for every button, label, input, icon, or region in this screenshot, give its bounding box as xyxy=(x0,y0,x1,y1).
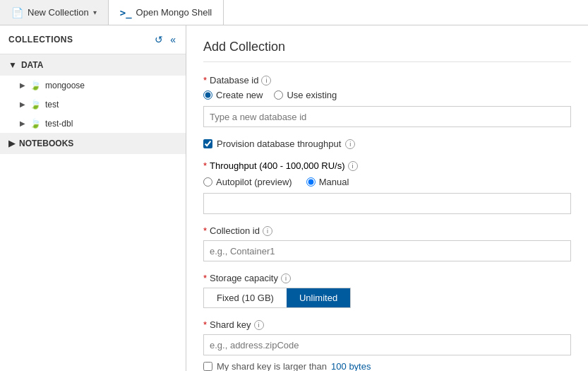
test-chevron-icon xyxy=(20,100,25,108)
collections-header-label: COLLECTIONS xyxy=(8,35,73,45)
use-existing-radio[interactable] xyxy=(274,90,283,100)
collapse-icon: « xyxy=(170,34,176,45)
database-id-group: * Database id i Create new Use existing xyxy=(203,75,571,127)
throughput-group: * Throughput (400 - 100,000 RU/s) i Auto… xyxy=(203,160,571,214)
testdbl-db-icon: 🍃 xyxy=(30,118,41,129)
use-existing-option[interactable]: Use existing xyxy=(274,90,337,100)
list-item[interactable]: 🍃 test-dbl xyxy=(0,114,186,133)
sidebar-actions: ↺ « xyxy=(153,33,177,47)
fixed-storage-button[interactable]: Fixed (10 GB) xyxy=(204,288,287,307)
manual-option[interactable]: Manual xyxy=(306,177,349,187)
shard-key-input[interactable] xyxy=(203,334,571,355)
data-chevron-icon xyxy=(8,60,17,70)
autopilot-option[interactable]: Autopilot (preview) xyxy=(203,177,292,187)
throughput-label: * Throughput (400 - 100,000 RU/s) i xyxy=(203,160,571,171)
tree-section: DATA 🍃 mongoose 🍃 test 🍃 test-dbl xyxy=(0,54,186,154)
database-id-label: * Database id i xyxy=(203,75,571,86)
shard-note: My shard key is larger than 100 bytes xyxy=(203,361,571,371)
create-new-radio[interactable] xyxy=(203,90,212,100)
unlimited-storage-button[interactable]: Unlimited xyxy=(287,288,350,307)
mongoose-label: mongoose xyxy=(45,81,85,90)
provision-label: Provision database throughput xyxy=(217,139,341,149)
mode-radio-group: Autopilot (preview) Manual xyxy=(203,177,571,187)
provision-info-icon[interactable]: i xyxy=(345,139,355,149)
storage-info-icon[interactable]: i xyxy=(281,273,291,283)
shard-size-checkbox[interactable] xyxy=(203,362,212,371)
test-label: test xyxy=(45,100,59,110)
autopilot-label: Autopilot (preview) xyxy=(216,177,292,187)
notebooks-group-label: NOTEBOOKS xyxy=(19,139,73,148)
refresh-button[interactable]: ↺ xyxy=(153,33,164,47)
database-id-info-icon[interactable]: i xyxy=(261,76,271,86)
data-group-label: DATA xyxy=(21,60,44,70)
open-shell-icon: >_ xyxy=(120,7,132,18)
collection-id-input[interactable] xyxy=(203,240,571,261)
collection-id-info-icon[interactable]: i xyxy=(263,226,272,236)
test-db-icon: 🍃 xyxy=(30,99,41,110)
notebooks-group-header[interactable]: NOTEBOOKS xyxy=(0,133,186,154)
new-collection-chevron-icon: ▾ xyxy=(93,8,97,16)
provision-checkbox-row: Provision database throughput i xyxy=(203,139,571,149)
shard-key-info-icon[interactable]: i xyxy=(254,320,264,330)
collection-id-group: * Collection id i xyxy=(203,225,571,261)
collection-id-label: * Collection id i xyxy=(203,225,571,236)
list-item[interactable]: 🍃 mongoose xyxy=(0,76,186,95)
use-existing-label: Use existing xyxy=(287,90,337,100)
new-collection-icon: 📄 xyxy=(11,7,23,18)
refresh-icon: ↺ xyxy=(155,34,163,45)
panel-title: Add Collection xyxy=(203,40,571,62)
notebooks-chevron-icon xyxy=(8,139,15,148)
testdbl-label: test-dbl xyxy=(45,119,73,129)
toolbar: 📄 New Collection ▾ >_ Open Mongo Shell xyxy=(0,0,588,25)
new-collection-button[interactable]: 📄 New Collection ▾ xyxy=(0,0,109,25)
manual-radio[interactable] xyxy=(306,177,316,187)
manual-label: Manual xyxy=(319,177,349,187)
shard-key-label: * Shard key i xyxy=(203,319,571,330)
database-id-radio-group: Create new Use existing xyxy=(203,90,571,100)
open-shell-button[interactable]: >_ Open Mongo Shell xyxy=(109,0,224,25)
database-id-input[interactable] xyxy=(203,106,571,127)
testdbl-chevron-icon xyxy=(20,119,25,127)
create-new-label: Create new xyxy=(216,90,263,100)
mongoose-chevron-icon xyxy=(20,81,25,89)
open-shell-label: Open Mongo Shell xyxy=(136,7,212,18)
list-item[interactable]: 🍃 test xyxy=(0,95,186,114)
throughput-input[interactable]: 400 xyxy=(203,193,571,214)
data-group-header[interactable]: DATA xyxy=(0,54,186,76)
main-layout: COLLECTIONS ↺ « DATA 🍃 mongoose xyxy=(0,25,588,371)
provision-checkbox[interactable] xyxy=(203,139,212,148)
new-collection-label: New Collection xyxy=(28,7,89,18)
data-group-items: 🍃 mongoose 🍃 test 🍃 test-dbl xyxy=(0,76,186,133)
create-new-option[interactable]: Create new xyxy=(203,90,263,100)
storage-btn-group: Fixed (10 GB) Unlimited xyxy=(203,288,351,308)
collections-header: COLLECTIONS ↺ « xyxy=(0,25,186,54)
shard-note-prefix: My shard key is larger than xyxy=(217,361,327,371)
throughput-info-icon[interactable]: i xyxy=(348,161,358,171)
collapse-button[interactable]: « xyxy=(169,33,177,47)
shard-key-group: * Shard key i My shard key is larger tha… xyxy=(203,319,571,371)
shard-note-highlight: 100 bytes xyxy=(331,361,371,371)
right-panel: Add Collection * Database id i Create ne… xyxy=(186,25,588,371)
storage-capacity-group: * Storage capacity i Fixed (10 GB) Unlim… xyxy=(203,273,571,308)
mongoose-db-icon: 🍃 xyxy=(30,80,41,90)
autopilot-radio[interactable] xyxy=(203,177,212,187)
storage-capacity-label: * Storage capacity i xyxy=(203,273,571,283)
sidebar: COLLECTIONS ↺ « DATA 🍃 mongoose xyxy=(0,25,186,371)
